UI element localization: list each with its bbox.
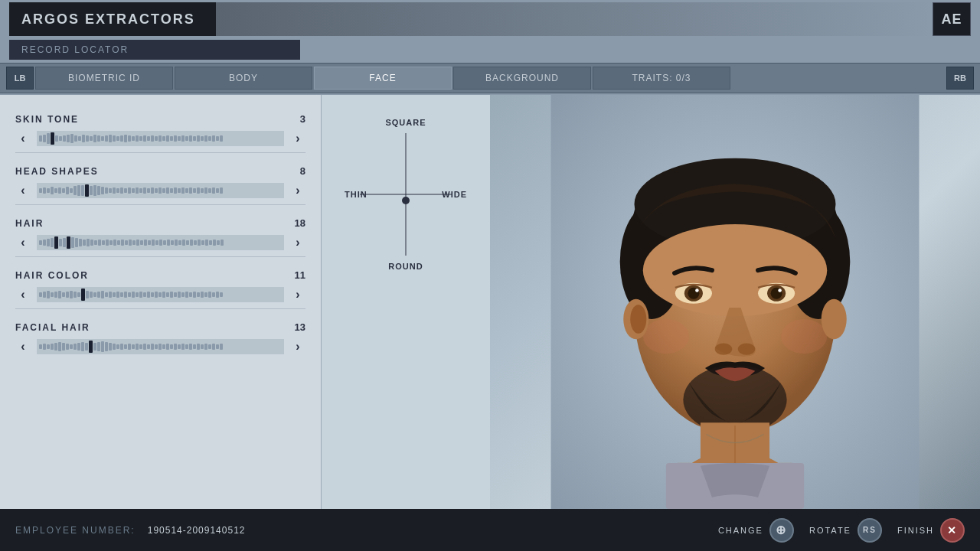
- face-shape-panel: SQUARE ROUND THIN WIDE: [322, 95, 490, 509]
- hair-label: HAIR: [15, 218, 44, 229]
- hair-color-label: HAIR COLOR: [15, 270, 89, 281]
- tab-body[interactable]: BODY: [175, 67, 312, 90]
- hair-next[interactable]: ›: [290, 236, 305, 249]
- tab-face[interactable]: FACE: [314, 67, 452, 90]
- finish-label: FINISH: [897, 526, 934, 535]
- rotate-icon-circle: RS: [858, 518, 882, 543]
- tab-background[interactable]: BACKGROUND: [453, 67, 591, 90]
- character-face-svg: [490, 95, 980, 509]
- skin-tone-value: 3: [300, 113, 305, 125]
- change-icon-circle: ⊕: [769, 518, 794, 543]
- employee-section: EMPLOYEE NUMBER: 190514-2009140512: [15, 525, 245, 536]
- svg-point-21: [643, 319, 689, 354]
- svg-point-19: [738, 344, 756, 355]
- nav-left-button[interactable]: LB: [6, 67, 34, 90]
- change-icon: ⊕: [776, 523, 787, 537]
- face-shape-crosshair: [360, 133, 452, 256]
- change-button[interactable]: CHANGE ⊕: [718, 518, 794, 543]
- tab-traits[interactable]: TRAITS: 0/3: [593, 67, 730, 90]
- nav-right-button[interactable]: RB: [946, 67, 974, 90]
- facial-hair-label: FACIAL HAIR: [15, 322, 90, 333]
- head-shapes-group: HEAD SHAPES 8 ‹: [15, 159, 305, 205]
- top-bar: ARGOS EXTRACTORS AE RECORD LOCATOR: [0, 0, 980, 61]
- head-shapes-prev[interactable]: ‹: [15, 184, 31, 197]
- left-panel: SKIN TONE 3 ‹: [0, 95, 322, 509]
- record-locator: RECORD LOCATOR: [9, 40, 300, 60]
- facial-hair-slider-row: ‹: [15, 339, 305, 354]
- rotate-icon: RS: [863, 526, 877, 534]
- employee-label: EMPLOYEE NUMBER:: [15, 525, 136, 536]
- cross-dot: [402, 197, 410, 204]
- svg-point-9: [643, 224, 827, 316]
- facial-hair-prev[interactable]: ‹: [15, 340, 31, 354]
- hair-color-prev[interactable]: ‹: [15, 288, 31, 302]
- hair-prev[interactable]: ‹: [15, 236, 31, 249]
- head-shapes-track[interactable]: [37, 183, 284, 198]
- rotate-label: ROTATE: [809, 526, 851, 535]
- facial-hair-value: 13: [295, 321, 305, 333]
- actions-section: CHANGE ⊕ ROTATE RS FINISH ✕: [718, 518, 965, 543]
- skin-tone-next[interactable]: ›: [290, 132, 305, 145]
- facial-hair-next[interactable]: ›: [290, 340, 305, 354]
- hair-slider-row: ‹: [15, 235, 305, 250]
- change-label: CHANGE: [718, 526, 763, 535]
- face-shape-square-label: SQUARE: [385, 118, 426, 127]
- tab-biometric-id[interactable]: BIOMETRIC ID: [35, 67, 173, 90]
- skin-tone-prev[interactable]: ‹: [15, 132, 31, 145]
- main-content: SKIN TONE 3 ‹: [0, 95, 980, 509]
- skin-tone-track[interactable]: [37, 131, 284, 146]
- svg-point-25: [822, 299, 847, 340]
- hair-track[interactable]: [37, 235, 284, 250]
- svg-point-17: [778, 289, 782, 292]
- title-bar-line: [216, 2, 933, 36]
- hair-group: HAIR 18 ‹: [15, 211, 305, 257]
- app-logo: AE: [933, 2, 971, 36]
- hair-value: 18: [295, 217, 305, 229]
- svg-point-13: [695, 289, 699, 292]
- svg-point-24: [630, 305, 646, 334]
- rotate-button[interactable]: ROTATE RS: [809, 518, 882, 543]
- hair-color-slider-row: ‹: [15, 287, 305, 302]
- skin-tone-label: SKIN TONE: [15, 114, 79, 125]
- finish-icon: ✕: [947, 524, 958, 536]
- hair-color-track[interactable]: [37, 287, 284, 302]
- hair-color-next[interactable]: ›: [290, 288, 305, 302]
- facial-hair-track[interactable]: [37, 339, 284, 354]
- facial-hair-group: FACIAL HAIR 13 ‹: [15, 315, 305, 360]
- finish-button[interactable]: FINISH ✕: [897, 518, 965, 543]
- skin-tone-slider-row: ‹: [15, 131, 305, 146]
- cross-horizontal: [360, 194, 452, 195]
- head-shapes-value: 8: [300, 165, 305, 177]
- face-shape-round-label: ROUND: [388, 262, 423, 271]
- svg-point-18: [715, 344, 733, 355]
- skin-tone-group: SKIN TONE 3 ‹: [15, 107, 305, 153]
- head-shapes-slider-row: ‹: [15, 183, 305, 198]
- hair-color-group: HAIR COLOR 11 ‹: [15, 263, 305, 309]
- head-shapes-label: HEAD SHAPES: [15, 166, 99, 177]
- app-title: ARGOS EXTRACTORS: [9, 2, 216, 36]
- finish-icon-circle: ✕: [940, 518, 965, 543]
- bottom-bar: EMPLOYEE NUMBER: 190514-2009140512 CHANG…: [0, 509, 980, 551]
- face-shape-widget[interactable]: SQUARE ROUND THIN WIDE: [345, 118, 467, 271]
- head-shapes-next[interactable]: ›: [290, 184, 305, 197]
- nav-tabs: LB BIOMETRIC ID BODY FACE BACKGROUND TRA…: [0, 63, 980, 93]
- hair-color-value: 11: [295, 269, 305, 281]
- svg-point-22: [781, 319, 827, 354]
- employee-number: 190514-2009140512: [148, 525, 246, 536]
- character-preview-panel: [490, 95, 980, 509]
